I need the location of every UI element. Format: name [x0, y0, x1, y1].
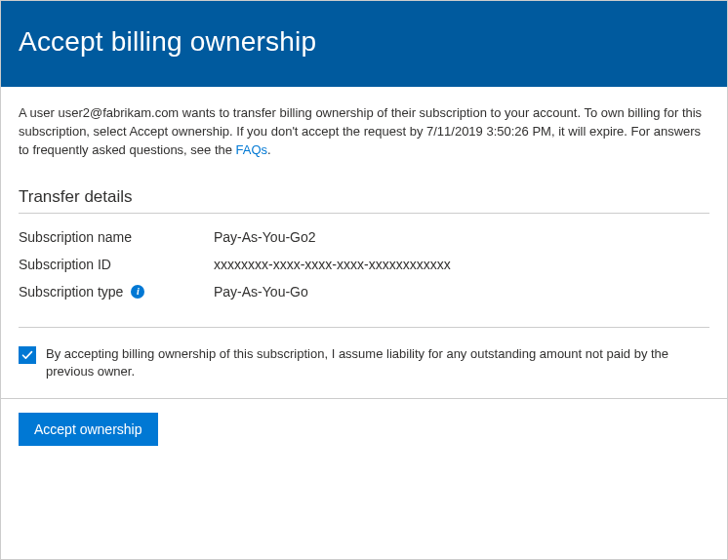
info-icon[interactable]: i: [131, 285, 144, 299]
detail-label-text: Subscription name: [19, 229, 132, 245]
accept-liability-text: By accepting billing ownership of this s…: [46, 345, 709, 380]
page-footer: Accept ownership: [1, 398, 727, 467]
detail-label: Subscription name: [19, 229, 214, 245]
detail-label-text: Subscription type: [19, 284, 123, 300]
detail-row-subscription-id: Subscription ID xxxxxxxx-xxxx-xxxx-xxxx-…: [19, 257, 709, 272]
intro-paragraph: A user user2@fabrikam.com wants to trans…: [19, 104, 709, 160]
intro-text-before: A user user2@fabrikam.com wants to trans…: [19, 105, 702, 157]
page-title: Accept billing ownership: [19, 26, 709, 58]
checkmark-icon: [21, 349, 33, 361]
detail-value: Pay-As-You-Go: [214, 284, 308, 300]
faqs-link[interactable]: FAQs: [236, 142, 268, 157]
detail-value: xxxxxxxx-xxxx-xxxx-xxxx-xxxxxxxxxxxx: [214, 257, 451, 272]
accept-ownership-button[interactable]: Accept ownership: [19, 413, 158, 446]
detail-label: Subscription type i: [19, 284, 214, 300]
divider: [19, 327, 709, 328]
intro-text-after: .: [267, 142, 271, 157]
accept-liability-row: By accepting billing ownership of this s…: [19, 345, 709, 380]
detail-label-text: Subscription ID: [19, 257, 111, 272]
page-content: A user user2@fabrikam.com wants to trans…: [1, 87, 727, 380]
transfer-details-heading: Transfer details: [19, 187, 709, 214]
accept-liability-checkbox[interactable]: [19, 346, 36, 364]
page-header: Accept billing ownership: [1, 1, 727, 87]
detail-label: Subscription ID: [19, 257, 214, 272]
detail-value: Pay-As-You-Go2: [214, 229, 316, 245]
detail-row-subscription-name: Subscription name Pay-As-You-Go2: [19, 229, 709, 245]
detail-row-subscription-type: Subscription type i Pay-As-You-Go: [19, 284, 709, 300]
